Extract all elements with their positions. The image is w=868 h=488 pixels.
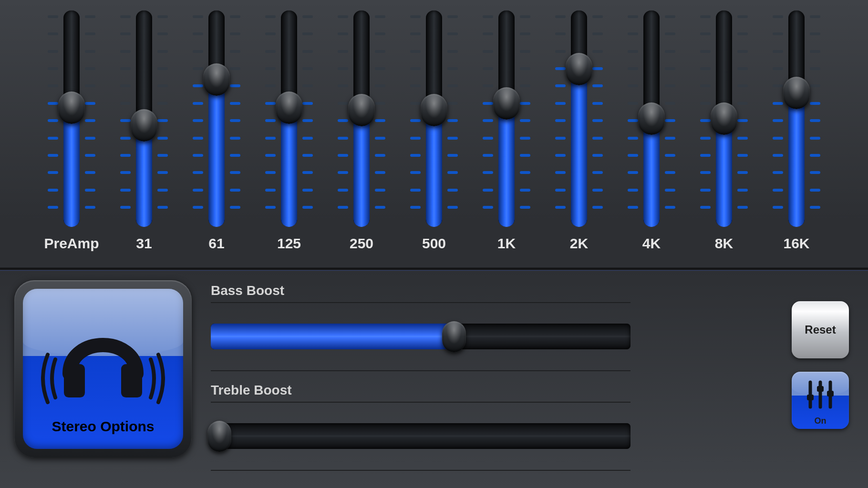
eq-slider-thumb[interactable] xyxy=(711,102,737,135)
boost-sliders: Bass Boost Treble Boost xyxy=(211,280,630,478)
sliders-icon xyxy=(804,379,837,412)
eq-band-8k: 8K xyxy=(695,8,753,265)
eq-slider-thumb[interactable] xyxy=(566,53,592,85)
eq-band-250: 250 xyxy=(333,8,390,265)
eq-slider-4k[interactable] xyxy=(623,8,680,232)
eq-power-label: On xyxy=(792,416,849,426)
eq-slider-thumb[interactable] xyxy=(783,77,810,109)
svg-rect-7 xyxy=(827,391,834,396)
eq-band-500: 500 xyxy=(405,8,463,265)
eq-band-label: 1K xyxy=(497,235,516,252)
eq-band-label: 16K xyxy=(783,235,809,252)
stereo-options-label: Stereo Options xyxy=(23,418,183,435)
eq-band-label: 250 xyxy=(350,235,373,252)
eq-band-label: 125 xyxy=(277,235,301,252)
eq-band-label: PreAmp xyxy=(44,235,99,252)
eq-slider-31[interactable] xyxy=(115,8,173,232)
eq-band-preamp: PreAmp xyxy=(43,8,100,265)
eq-band-61: 61 xyxy=(188,8,245,265)
eq-slider-1k[interactable] xyxy=(478,8,535,232)
eq-slider-thumb[interactable] xyxy=(58,92,85,124)
eq-slider-thumb[interactable] xyxy=(493,87,520,120)
eq-slider-8k[interactable] xyxy=(695,8,753,232)
eq-slider-16k[interactable] xyxy=(768,8,825,232)
eq-band-4k: 4K xyxy=(623,8,680,265)
eq-band-label: 4K xyxy=(642,235,661,252)
svg-rect-1 xyxy=(121,364,142,397)
bass-boost-slider[interactable] xyxy=(211,315,630,358)
equalizer-panel: PreAmp31611252505001K2K4K8K16K xyxy=(0,0,868,268)
eq-band-label: 2K xyxy=(570,235,588,252)
eq-band-31: 31 xyxy=(115,8,173,265)
eq-slider-250[interactable] xyxy=(333,8,390,232)
eq-band-2k: 2K xyxy=(550,8,608,265)
eq-slider-2k[interactable] xyxy=(550,8,608,232)
stereo-options-button[interactable]: Stereo Options xyxy=(14,280,192,458)
eq-slider-500[interactable] xyxy=(405,8,463,232)
panel-divider xyxy=(0,268,868,271)
svg-rect-6 xyxy=(817,386,824,392)
eq-band-125: 125 xyxy=(260,8,318,265)
reset-button-label: Reset xyxy=(792,323,849,336)
eq-slider-thumb[interactable] xyxy=(203,63,230,96)
eq-band-label: 61 xyxy=(208,235,224,252)
eq-band-1k: 1K xyxy=(478,8,535,265)
equalizer-app: PreAmp31611252505001K2K4K8K16K xyxy=(0,0,868,488)
eq-slider-125[interactable] xyxy=(260,8,318,232)
eq-slider-thumb[interactable] xyxy=(131,109,157,142)
reset-button[interactable]: Reset xyxy=(792,301,849,358)
bottom-panel: Stereo Options Bass Boost Treble Boost R… xyxy=(0,272,868,488)
svg-rect-0 xyxy=(64,364,85,397)
svg-rect-5 xyxy=(807,395,814,400)
eq-slider-preamp[interactable] xyxy=(43,8,100,232)
eq-band-16k: 16K xyxy=(768,8,825,265)
eq-band-label: 31 xyxy=(136,235,152,252)
treble-boost-label: Treble Boost xyxy=(211,383,630,398)
eq-slider-thumb[interactable] xyxy=(421,94,447,126)
eq-slider-61[interactable] xyxy=(188,8,245,232)
eq-slider-thumb[interactable] xyxy=(276,92,302,124)
right-button-column: Reset On xyxy=(792,280,854,478)
eq-slider-thumb[interactable] xyxy=(638,102,665,135)
eq-slider-thumb[interactable] xyxy=(348,94,375,126)
treble-boost-slider[interactable] xyxy=(211,414,630,458)
eq-power-button[interactable]: On xyxy=(792,372,849,429)
bass-boost-label: Bass Boost xyxy=(211,283,630,298)
eq-band-label: 500 xyxy=(422,235,446,252)
eq-band-label: 8K xyxy=(715,235,733,252)
headphones-icon xyxy=(41,307,165,409)
